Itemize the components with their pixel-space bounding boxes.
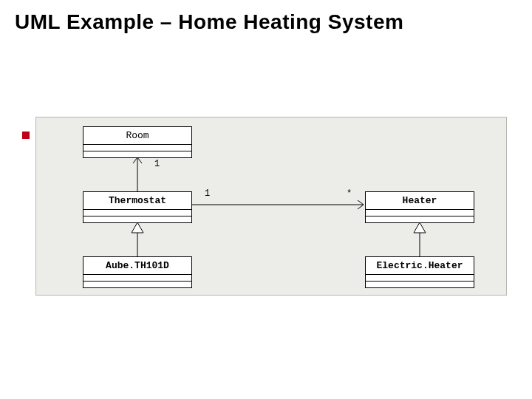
class-compartment xyxy=(366,210,474,216)
multiplicity-room: 1 xyxy=(154,159,160,169)
multiplicity-heater-side: * xyxy=(347,188,352,199)
class-aube-th101d: Aube.TH101D xyxy=(83,256,192,288)
class-compartment xyxy=(83,210,191,216)
class-electric-heater-name: Electric.Heater xyxy=(366,257,474,275)
class-compartment xyxy=(83,275,191,282)
generalization-aube-thermostat xyxy=(132,222,143,256)
class-thermostat-name: Thermostat xyxy=(83,192,191,210)
class-compartment xyxy=(83,151,191,157)
bullet-marker xyxy=(22,132,30,139)
class-thermostat: Thermostat xyxy=(83,191,192,223)
class-compartment xyxy=(366,275,474,282)
class-aube-name: Aube.TH101D xyxy=(83,257,191,275)
class-compartment xyxy=(83,145,191,151)
class-heater: Heater xyxy=(365,191,474,223)
slide-title: UML Example – Home Heating System xyxy=(15,10,403,34)
svg-marker-5 xyxy=(414,222,426,233)
class-heater-name: Heater xyxy=(366,192,474,210)
class-compartment xyxy=(83,216,191,222)
generalization-electric-heater xyxy=(414,222,426,256)
class-room: Room xyxy=(83,126,192,158)
class-compartment xyxy=(366,282,474,287)
association-thermostat-room xyxy=(133,157,142,191)
class-compartment xyxy=(83,282,191,287)
multiplicity-thermostat-side: 1 xyxy=(205,188,210,199)
class-room-name: Room xyxy=(83,127,191,145)
association-thermostat-heater xyxy=(192,200,364,209)
uml-diagram-frame: Room Thermostat Heater Aube.TH101D Elect… xyxy=(35,117,507,296)
svg-marker-3 xyxy=(132,222,143,233)
class-compartment xyxy=(366,216,474,222)
class-electric-heater: Electric.Heater xyxy=(365,256,474,288)
